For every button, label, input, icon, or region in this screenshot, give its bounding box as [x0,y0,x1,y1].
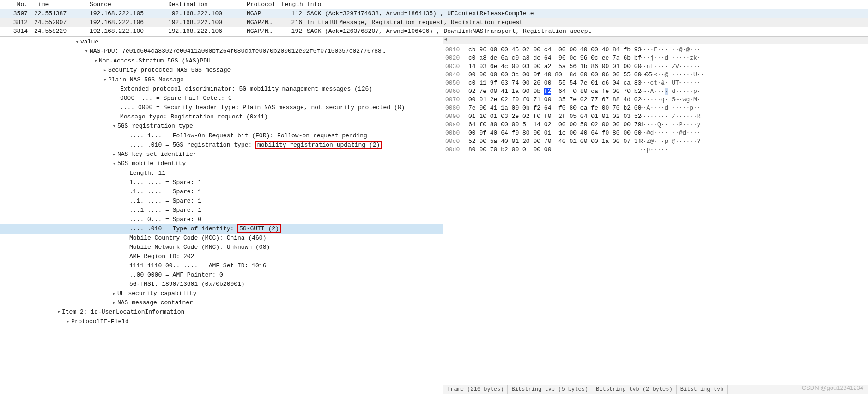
tree-mi-length[interactable]: Length: 11 [0,169,443,178]
tree-type-of-identity[interactable]: .... .010 = Type of identity: 5G-GUTI (2… [0,224,443,234]
tree-5gs-reg-type-value[interactable]: .... .010 = 5GS registration type: mobil… [0,141,443,150]
packet-details-pane[interactable]: ▾value ▾NAS-PDU: 7e01c604ca83027e00411a0… [0,37,443,394]
packet-row[interactable]: 381424.558229192.168.222.100192.168.222.… [0,27,868,36]
hex-row[interactable]: 007000 01 2e 02 f0 f0 71 00 35 7e 02 77 … [445,96,866,104]
packet-cell-len: 216 [279,18,305,27]
chevron-down-icon: ▾ [65,317,71,326]
tree-plain-nas[interactable]: ▾Plain NAS 5GS Message [0,75,443,85]
tree-item2-userloc[interactable]: ▾Item 2: id-UserLocationInformation [0,308,443,317]
chevron-down-icon: ▾ [111,122,117,131]
hex-row[interactable]: 00b000 0f 40 64 f0 80 00 01 1c 00 40 64 … [445,129,866,137]
packet-row[interactable]: 381224.552007192.168.222.106192.168.222.… [0,18,868,27]
hex-row[interactable]: 009001 10 01 03 2e 02 f0 f0 2f 05 04 01 … [445,112,866,121]
tree-amf-pointer[interactable]: ..00 0000 = AMF Pointer: 0 [0,271,443,280]
chevron-right-icon: ▸ [111,289,117,298]
tree-ue-sec-cap[interactable]: ▸UE security capability [0,289,443,298]
hex-offset: 0010 [445,46,468,54]
packet-row[interactable]: 359722.551387192.168.222.105192.168.222.… [0,9,868,18]
tree-nas-pdu[interactable]: ▾NAS-PDU: 7e01c604ca83027e00411a000bf264… [0,47,443,56]
hex-row[interactable]: 0020c0 a8 de 6a c0 a8 de 64 96 0c 96 0c … [445,54,866,62]
col-header-time[interactable]: Time [32,0,88,9]
chevron-right-icon: ▸ [111,150,117,159]
hex-bytes: 02 7e 00 41 1a 00 0b f2 64 f0 80 ca fe 0… [468,87,639,96]
tree-message-type[interactable]: Message type: Registration request (0x41… [0,112,443,122]
hex-row[interactable]: 00a064 f0 80 00 00 51 14 02 00 00 50 02 … [445,121,866,129]
packet-cell-dst: 192.168.222.100 [166,18,245,27]
tree-amf-region[interactable]: AMF Region ID: 202 [0,252,443,261]
bytes-tab-bitstr2[interactable]: Bitstring tvb (2 bytes) [592,385,677,394]
hex-row[interactable]: 004000 00 00 00 3c 00 0f 40 80 8d 00 00 … [445,71,866,79]
col-header-length[interactable]: Length [279,0,305,9]
hex-bytes: 64 f0 80 00 00 51 14 02 00 00 50 02 00 0… [468,121,639,129]
highlight-reg-type: mobility registration updating (2) [255,141,382,149]
hex-bytes: cb 96 00 00 45 02 00 c4 00 00 40 00 40 8… [468,46,639,54]
hex-bytes: c0 a8 de 6a c0 a8 de 64 96 0c 96 0c ee 7… [468,54,639,62]
bytes-horizontal-scrollbar[interactable] [443,37,868,44]
hex-bytes: 00 0f 40 64 f0 80 00 01 1c 00 40 64 f0 8… [468,129,639,137]
tree-value[interactable]: ▾value [0,37,443,47]
tree-5g-tmsi[interactable]: 5G-TMSI: 1890713601 (0x70b20001) [0,280,443,289]
packet-cell-info: InitialUEMessage, Registration request, … [305,18,868,27]
chevron-down-icon: ▾ [74,37,80,47]
hex-row[interactable]: 0010cb 96 00 00 45 02 00 c4 00 00 40 00 … [445,46,866,54]
hex-offset: 00b0 [445,129,468,137]
hex-offset: 00c0 [445,137,468,146]
tree-spare-half-octet[interactable]: 0000 .... = Spare Half Octet: 0 [0,94,443,103]
hex-row[interactable]: 006002 7e 00 41 1a 00 0b f2 64 f0 80 ca … [445,87,866,96]
hex-row[interactable]: 003014 03 6e 4c 00 03 00 a2 5a 56 1b 86 … [445,62,866,71]
packet-cell-no: 3812 [0,18,32,27]
tree-ext-proto-disc[interactable]: Extended protocol discriminator: 5G mobi… [0,85,443,94]
tree-5gs-mobile-identity[interactable]: ▾5GS mobile identity [0,159,443,168]
hex-ascii: ···ct·&· UT~····· [639,79,866,87]
hex-ascii: ······q· 5~·wg·M· [639,96,866,104]
hex-ascii: ··p····· [639,146,866,154]
packet-list-header[interactable]: No. Time Source Destination Protocol Len… [0,0,868,9]
chevron-down-icon: ▾ [92,56,99,66]
hex-row[interactable]: 00807e 00 41 1a 00 0b f2 64 f0 80 ca fe … [445,104,866,112]
col-header-no[interactable]: No. [0,0,32,9]
hex-bytes: 52 00 5a 40 01 20 00 70 40 01 00 00 1a 0… [468,137,639,146]
col-header-protocol[interactable]: Protocol [245,0,279,9]
tree-mi-spare3[interactable]: ..1. .... = Spare: 1 [0,197,443,206]
hex-row[interactable]: 00c052 00 5a 40 01 20 00 70 40 01 00 00 … [445,137,866,146]
tree-5gs-reg-type[interactable]: ▾5GS registration type [0,122,443,131]
col-header-info[interactable]: Info [305,0,868,9]
packet-cell-proto: NGAP/N… [245,18,279,27]
hex-row[interactable]: 0050c0 11 9f 63 74 00 26 00 55 54 7e 01 … [445,79,866,87]
tree-mi-spare4[interactable]: ...1 .... = Spare: 1 [0,206,443,215]
tree-protocolie-field[interactable]: ▾ProtocolIE-Field [0,317,443,326]
hex-bytes: 00 00 00 00 3c 00 0f 40 80 8d 00 00 06 0… [468,71,639,79]
col-header-source[interactable]: Source [88,0,166,9]
hex-bytes: 80 00 70 b2 00 01 00 00 [468,146,639,154]
hex-offset: 0090 [445,112,468,121]
hex-bytes: 00 01 2e 02 f0 f0 71 00 35 7e 02 77 67 8… [468,96,639,104]
tree-mnc[interactable]: Mobile Network Code (MNC): Unknown (08) [0,243,443,252]
bytes-tab-bitstr5[interactable]: Bitstring tvb (5 bytes) [508,385,592,394]
hex-bytes: 7e 00 41 1a 00 0b f2 64 f0 80 ca fe 00 7… [468,104,639,112]
hex-row[interactable]: 00d080 00 70 b2 00 01 00 00··p····· [445,146,866,154]
tree-mi-spare1[interactable]: 1... .... = Spare: 1 [0,178,443,187]
tree-follow-on-req[interactable]: .... 1... = Follow-On Request bit (FOR):… [0,131,443,141]
tree-nas-key-set[interactable]: ▸NAS key set identifier [0,150,443,159]
tree-amf-set-id[interactable]: 1111 1110 00.. .... = AMF Set ID: 1016 [0,261,443,271]
hex-ascii: R·Z@· ·p @······? [639,137,866,146]
bytes-tab-bitstr[interactable]: Bitstring tvb [677,385,728,394]
hex-ascii: ~·A····d ·····p·· [639,104,866,112]
hex-offset: 0080 [445,104,468,112]
col-header-destination[interactable]: Destination [166,0,245,9]
tree-nas-stratum[interactable]: ▾Non-Access-Stratum 5GS (NAS)PDU [0,56,443,66]
tree-mi-spare5[interactable]: .... 0... = Spare: 0 [0,215,443,224]
tree-sec-protected[interactable]: ▸Security protected NAS 5GS message [0,66,443,75]
hex-offset: 0040 [445,71,468,79]
hex-offset: 0030 [445,62,468,71]
highlight-identity-type: 5G-GUTI (2) [237,224,281,233]
tree-mi-spare2[interactable]: .1.. .... = Spare: 1 [0,187,443,197]
tree-mcc[interactable]: Mobile Country Code (MCC): China (460) [0,234,443,243]
bytes-tab-frame[interactable]: Frame (216 bytes) [443,385,508,394]
tree-nas-msg-container[interactable]: ▸NAS message container [0,298,443,308]
packet-cell-no: 3814 [0,27,32,36]
packet-list[interactable]: No. Time Source Destination Protocol Len… [0,0,868,36]
tree-sec-header-type[interactable]: .... 0000 = Security header type: Plain … [0,103,443,112]
packet-cell-no: 3597 [0,9,32,18]
packet-bytes-pane[interactable]: 000008 00 00 00 00 00 00 07 00 01 00 06 … [443,37,868,394]
